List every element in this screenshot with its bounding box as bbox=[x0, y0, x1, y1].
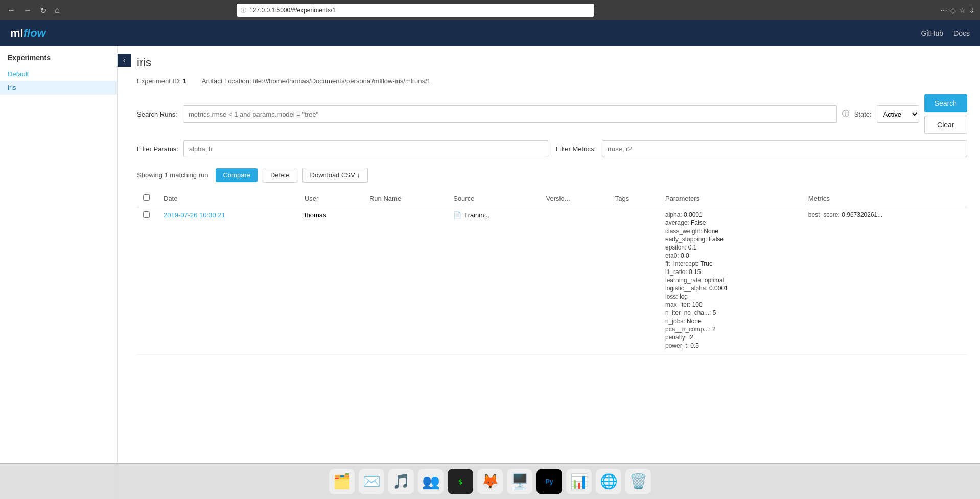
pocket-icon[interactable]: ◇ bbox=[950, 6, 956, 14]
artifact-location: Artifact Location: file:///home/thomas/D… bbox=[202, 77, 431, 85]
refresh-button[interactable]: ↻ bbox=[38, 4, 49, 17]
run-name bbox=[363, 207, 447, 355]
parameter-item: penalty: l2 bbox=[665, 334, 796, 341]
parameter-item: fit_intercept: True bbox=[665, 260, 796, 267]
home-button[interactable]: ⌂ bbox=[53, 4, 62, 17]
filter-params-input[interactable] bbox=[183, 140, 548, 157]
parameter-item: learning_rate: optimal bbox=[665, 277, 796, 284]
run-user: thomas bbox=[298, 207, 363, 355]
search-row: Search Runs: ⓘ State: Active Deleted Sea… bbox=[137, 94, 967, 134]
app-container: ml flow GitHub Docs Experiments Default … bbox=[0, 20, 980, 499]
content-area: iris Experiment ID: 1 Artifact Location:… bbox=[124, 46, 980, 499]
menu-dots-icon[interactable]: ⋯ bbox=[940, 6, 947, 14]
sidebar-item-default[interactable]: Default bbox=[0, 67, 117, 81]
dock-firefox-icon[interactable]: 🦊 bbox=[477, 469, 503, 494]
parameter-item: n_jobs: None bbox=[665, 317, 796, 325]
run-date-link[interactable]: 2019-07-26 10:30:21 bbox=[164, 211, 225, 219]
address-bar[interactable]: ⓘ 127.0.0.1:5000/#/experiments/1 bbox=[237, 4, 594, 17]
parameter-item: class_weight: None bbox=[665, 228, 796, 235]
th-source[interactable]: Source bbox=[447, 190, 540, 207]
dock-monitor-icon[interactable]: 🖥️ bbox=[507, 469, 532, 494]
filter-metrics-group: Filter Metrics: bbox=[556, 140, 967, 157]
star-icon[interactable]: ☆ bbox=[959, 6, 966, 14]
th-tags[interactable]: Tags bbox=[609, 190, 659, 207]
experiment-id-label: Experiment ID: 1 bbox=[137, 77, 186, 85]
search-button[interactable]: Search bbox=[924, 94, 967, 112]
forward-button[interactable]: → bbox=[21, 4, 34, 17]
artifact-location-value: file:///home/thomas/Documents/personal/m… bbox=[253, 77, 431, 85]
back-button[interactable]: ← bbox=[5, 4, 17, 17]
dock-network-icon[interactable]: 🌐 bbox=[596, 469, 621, 494]
dock-mail-icon[interactable]: ✉️ bbox=[359, 469, 384, 494]
actions-row: Showing 1 matching run Compare Delete Do… bbox=[137, 168, 967, 183]
parameter-item: l1_ratio: 0.15 bbox=[665, 268, 796, 276]
url-text: 127.0.0.1:5000/#/experiments/1 bbox=[249, 7, 336, 14]
filter-params-group: Filter Params: bbox=[137, 140, 548, 157]
parameter-item: power_t: 0.5 bbox=[665, 342, 796, 349]
compare-button[interactable]: Compare bbox=[216, 168, 257, 182]
runs-table: Date User Run Name Source Versio... Tags… bbox=[137, 190, 967, 355]
main-content: Experiments Default iris ‹ iris Experime… bbox=[0, 46, 980, 499]
sidebar-container: Experiments Default iris ‹ bbox=[0, 46, 124, 499]
collapse-sidebar-button[interactable]: ‹ bbox=[118, 54, 131, 67]
dock: 🗂️ ✉️ 🎵 👥 $ 🦊 🖥️ Py 📊 🌐 🗑️ bbox=[0, 463, 980, 499]
nav-links: GitHub Docs bbox=[921, 29, 970, 37]
logo-ml: ml bbox=[10, 27, 24, 40]
dock-finder-icon[interactable]: 🗂️ bbox=[329, 469, 355, 494]
th-parameters[interactable]: Parameters bbox=[659, 190, 802, 207]
th-version[interactable]: Versio... bbox=[540, 190, 609, 207]
download-icon[interactable]: ⇓ bbox=[969, 6, 975, 14]
clear-button[interactable]: Clear bbox=[924, 116, 967, 134]
th-run-name[interactable]: Run Name bbox=[363, 190, 447, 207]
logo-flow: flow bbox=[24, 27, 46, 40]
dock-pycharm-icon[interactable]: Py bbox=[536, 469, 562, 494]
th-user[interactable]: User bbox=[298, 190, 363, 207]
github-link[interactable]: GitHub bbox=[921, 29, 944, 37]
browser-right-icons: ⋯ ◇ ☆ ⇓ bbox=[940, 6, 975, 14]
th-metrics[interactable]: Metrics bbox=[802, 190, 967, 207]
filter-params-label: Filter Params: bbox=[137, 145, 178, 153]
sidebar: Experiments Default iris bbox=[0, 46, 118, 499]
filter-metrics-input[interactable] bbox=[602, 140, 967, 157]
showing-text: Showing 1 matching run bbox=[137, 171, 208, 179]
search-runs-label: Search Runs: bbox=[137, 110, 178, 118]
filter-row: Filter Params: Filter Metrics: bbox=[137, 140, 967, 157]
docs-link[interactable]: Docs bbox=[953, 29, 970, 37]
state-dropdown[interactable]: Active Deleted bbox=[877, 105, 919, 123]
search-runs-input[interactable] bbox=[183, 105, 837, 123]
dock-spotify-icon[interactable]: 🎵 bbox=[388, 469, 414, 494]
filter-metrics-label: Filter Metrics: bbox=[556, 145, 597, 153]
run-metrics: best_score: 0.967320261... bbox=[802, 207, 967, 355]
run-source: 📄Trainin... bbox=[447, 207, 540, 355]
parameter-item: epsilon: 0.1 bbox=[665, 244, 796, 251]
parameter-item: max_iter: 100 bbox=[665, 301, 796, 308]
runs-table-wrapper: Date User Run Name Source Versio... Tags… bbox=[137, 190, 967, 355]
parameter-item: pca__n_comp...: 2 bbox=[665, 326, 796, 333]
th-checkbox bbox=[137, 190, 157, 207]
search-area: Search Runs: ⓘ State: Active Deleted Sea… bbox=[137, 94, 967, 157]
parameter-item: loss: log bbox=[665, 293, 796, 300]
search-info-icon[interactable]: ⓘ bbox=[842, 109, 849, 119]
metric-item: best_score: 0.967320261... bbox=[808, 211, 961, 218]
download-csv-button[interactable]: Download CSV ↓ bbox=[302, 168, 368, 183]
dock-slack-icon[interactable]: 👥 bbox=[418, 469, 444, 494]
run-tags bbox=[609, 207, 659, 355]
page-title: iris bbox=[137, 56, 967, 70]
dock-trash-icon[interactable]: 🗑️ bbox=[625, 469, 651, 494]
state-label: State: bbox=[854, 110, 872, 118]
run-version bbox=[540, 207, 609, 355]
state-dropdown-wrapper: Active Deleted bbox=[877, 105, 919, 123]
parameter-item: average: False bbox=[665, 219, 796, 226]
search-buttons-group: Search Clear bbox=[924, 94, 967, 134]
table-header-row: Date User Run Name Source Versio... Tags… bbox=[137, 190, 967, 207]
select-all-checkbox[interactable] bbox=[143, 194, 150, 201]
experiment-info: Experiment ID: 1 Artifact Location: file… bbox=[137, 77, 967, 85]
dock-terminal-icon[interactable]: $ bbox=[448, 469, 473, 494]
row-checkbox[interactable] bbox=[143, 211, 150, 218]
dock-excel-icon[interactable]: 📊 bbox=[566, 469, 592, 494]
delete-button[interactable]: Delete bbox=[263, 168, 297, 183]
sidebar-item-iris[interactable]: iris bbox=[0, 81, 117, 95]
parameter-item: logistic__alpha: 0.0001 bbox=[665, 285, 796, 292]
parameter-item: n_iter_no_cha...: 5 bbox=[665, 309, 796, 316]
th-date[interactable]: Date bbox=[157, 190, 298, 207]
